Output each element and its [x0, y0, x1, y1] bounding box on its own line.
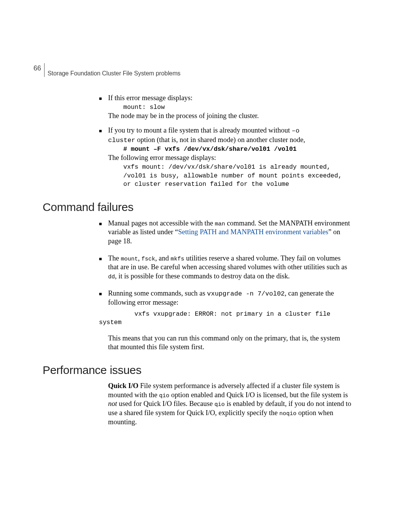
- heading-performance-issues: Performance issues: [43, 363, 352, 377]
- text-span: The: [108, 254, 121, 262]
- code-line: mount: slow: [123, 103, 352, 112]
- bullet-body: If this error message displays: mount: s…: [108, 94, 352, 121]
- code-span: man: [215, 221, 225, 227]
- bullet-icon: ■: [99, 289, 108, 307]
- text-span: , and: [155, 254, 171, 262]
- text-line: The mount, fsck, and mkfs utilities rese…: [108, 254, 352, 281]
- code-span: dd: [108, 274, 115, 280]
- bullet-body: The mount, fsck, and mkfs utilities rese…: [108, 254, 352, 282]
- page-66: 66 Storage Foundation Cluster File Syste…: [0, 0, 411, 532]
- code-span: cluster: [108, 137, 135, 144]
- code-span: –o: [292, 127, 299, 134]
- code-span: mkfs: [170, 256, 184, 262]
- text-span: , it is possible for these commands to d…: [115, 272, 290, 280]
- running-title: Storage Foundation Cluster File System p…: [48, 70, 180, 77]
- text-span: ,: [138, 254, 141, 262]
- text-line: If this error message displays:: [108, 94, 352, 102]
- code-error-line2: system: [99, 318, 352, 327]
- code-span: mount: [121, 256, 138, 262]
- bullet-icon: ■: [99, 219, 108, 246]
- text-span: Manual pages not accessible with the: [108, 219, 215, 227]
- bullet-icon: ■: [99, 94, 108, 121]
- bullet-icon: ■: [99, 126, 108, 189]
- performance-paragraph: Quick I/O File system performance is adv…: [99, 382, 352, 427]
- text-line: Manual pages not accessible with the man…: [108, 219, 352, 246]
- intro-bullet-1: ■ If this error message displays: mount:…: [99, 94, 352, 121]
- page-content: ■ If this error message displays: mount:…: [0, 77, 411, 427]
- cf-bullet-1: ■ Manual pages not accessible with the m…: [99, 219, 352, 246]
- text-line: This means that you can run this command…: [108, 334, 352, 351]
- bold-span: Quick I/O: [108, 382, 139, 390]
- bullet-icon: ■: [99, 254, 108, 282]
- text-span: If you try to mount a file system that i…: [108, 126, 292, 134]
- heading-command-failures: Command failures: [43, 200, 352, 214]
- page-header: 66 Storage Foundation Cluster File Syste…: [0, 63, 411, 77]
- text-span: option enabled and Quick I/O is licensed…: [169, 391, 348, 399]
- code-span: noqio: [279, 411, 296, 417]
- code-span: vxupgrade -n 7/vol02: [207, 290, 285, 297]
- bullet-body: If you try to mount a file system that i…: [108, 126, 352, 189]
- text-span: option (that is, not in shared mode) on …: [135, 136, 305, 144]
- text-line: The following error message displays:: [108, 153, 352, 162]
- text-span: Running some commands, such as: [108, 289, 207, 297]
- page-number: 66: [33, 64, 41, 77]
- cf-bullet-3: ■ Running some commands, such as vxupgra…: [99, 289, 352, 307]
- code-span: fsck: [142, 256, 155, 262]
- link-setting-path[interactable]: Setting PATH and MANPATH environment var…: [178, 228, 328, 236]
- text-line: If you try to mount a file system that i…: [108, 126, 352, 135]
- cf-bullet-2: ■ The mount, fsck, and mkfs utilities re…: [99, 254, 352, 282]
- text-line: cluster option (that is, not in shared m…: [108, 136, 352, 144]
- text-line: Quick I/O File system performance is adv…: [108, 382, 352, 427]
- code-command: # mount –F vxfs /dev/vx/dsk/share/vol01 …: [123, 145, 352, 153]
- italic-span: not: [108, 400, 117, 407]
- text-line: The node may be in the process of joinin…: [108, 112, 352, 120]
- code-error-line1: vxfs vxupgrade: ERROR: not primary in a …: [108, 310, 352, 318]
- bullet-body: Manual pages not accessible with the man…: [108, 219, 352, 246]
- code-block: vxfs mount: /dev/vx/dsk/share/vol01 is a…: [123, 163, 352, 189]
- code-span: qio: [214, 401, 225, 408]
- intro-bullet-2: ■ If you try to mount a file system that…: [99, 126, 352, 189]
- header-divider: [44, 63, 45, 77]
- text-line: Running some commands, such as vxupgrade…: [108, 289, 352, 307]
- text-span: used for Quick I/O files. Because: [117, 400, 215, 407]
- code-span: qio: [159, 393, 169, 399]
- bullet-body: Running some commands, such as vxupgrade…: [108, 289, 352, 307]
